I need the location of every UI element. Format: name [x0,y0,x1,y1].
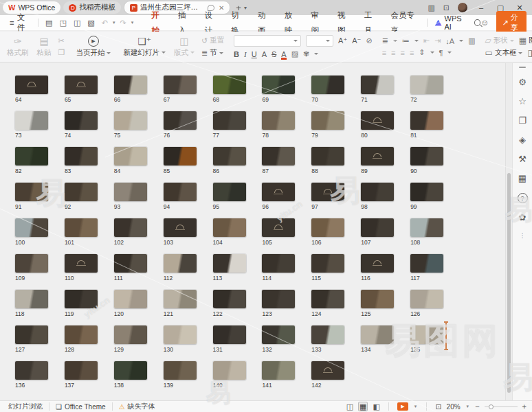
slide-thumbnail[interactable] [15,325,48,344]
slide-thumbnail[interactable] [164,183,197,201]
slide-thumbnail[interactable] [410,218,443,237]
favorites-star-icon[interactable]: ☆ [518,97,527,106]
wps-ai-button[interactable]: WPS AI [435,14,467,31]
slide-thumbnail[interactable] [361,111,394,130]
new-slide-button[interactable]: ❏⁺ 新建幻灯片 [119,33,170,60]
slide-thumbnail[interactable] [114,183,147,201]
slide-thumbnail[interactable] [262,147,295,165]
fit-to-window-icon[interactable]: ⊡ [435,402,441,411]
paste-button[interactable]: ▤ 粘贴 [33,33,56,60]
slide-thumbnail[interactable] [114,290,147,308]
slide-thumbnail[interactable] [114,361,147,380]
char-shadow-button[interactable]: A [262,50,267,58]
slide-thumbnail[interactable] [311,183,344,201]
align-right-icon[interactable]: ≡ [400,49,404,57]
slide-thumbnail[interactable] [114,325,147,344]
app-center-icon[interactable]: ⊡ [443,3,450,12]
missing-font-button[interactable]: ⚠ 缺失字体 [116,402,158,411]
text-effects-icon[interactable]: ✾ [303,49,309,58]
section-button[interactable]: ≣ 节 [201,48,224,58]
export-pdf-icon[interactable]: ◳ [56,19,70,27]
slide-thumbnail[interactable] [213,111,246,130]
slide-thumbnail[interactable] [361,254,394,273]
tools-icon[interactable]: ⚒ [518,154,527,164]
slide-thumbnail[interactable] [213,325,246,344]
picture-button[interactable]: ▦ 图片 [519,36,532,45]
decrease-indent-icon[interactable]: ⇤ [423,36,430,45]
slide-thumbnail[interactable] [410,290,443,308]
slide-thumbnail[interactable] [65,325,98,344]
slide-thumbnail[interactable] [15,111,48,130]
adjust-sliders-icon[interactable]: ⚙ [518,78,527,87]
search-icon[interactable] [474,19,480,26]
slide-thumbnail[interactable] [164,218,197,237]
slide-thumbnail[interactable] [213,76,246,94]
slide-thumbnail[interactable] [311,76,344,94]
slide-thumbnail[interactable] [361,183,394,201]
collapse-handle-icon[interactable] [519,67,526,68]
slide-thumbnail[interactable] [65,183,98,201]
tab-docer-templates[interactable]: D 找稻壳模板 [63,1,121,14]
slide-sorter-view-icon[interactable]: ▦ [358,402,368,411]
help-icon[interactable]: ? [518,193,528,203]
file-menu[interactable]: ≡ 文件 [5,12,34,33]
zoom-caret-icon[interactable]: ▾ [465,404,471,409]
bold-button[interactable]: B [234,50,239,58]
justify-icon[interactable]: ≡ [410,49,414,57]
quickbar-caret-icon[interactable]: ▾ [130,20,135,25]
slide-thumbnail[interactable] [213,147,246,165]
underline-button[interactable]: U [252,50,257,58]
decrease-font-icon[interactable]: A⁻ [352,36,361,45]
slide-thumbnail[interactable] [15,76,48,94]
slide-thumbnail[interactable] [262,290,295,308]
slide-thumbnail[interactable] [114,76,147,94]
font-size-combo[interactable] [306,35,333,47]
slide-thumbnail[interactable] [410,325,443,344]
slide-thumbnail[interactable] [15,290,48,308]
clear-format-icon[interactable]: ⊘ [366,36,372,45]
textbox-button[interactable]: ▭ 文本框 [485,48,523,58]
italic-button[interactable]: I [244,50,247,58]
slide-thumbnail[interactable] [262,183,295,201]
slide-thumbnail[interactable] [65,76,98,94]
line-spacing-icon[interactable]: ⇕ [419,48,425,57]
play-options-caret-icon[interactable]: ▾ [413,404,419,409]
reset-button[interactable]: ↺ 重置 [201,36,224,45]
slides-panel-icon[interactable]: ❐ [518,116,527,126]
strikethrough-button[interactable]: S [271,50,276,58]
slide-thumbnail[interactable] [164,290,197,308]
slide-thumbnail[interactable] [65,290,98,308]
slideshow-play-button[interactable]: ▶ [397,402,408,411]
slide-thumbnail[interactable] [311,290,344,308]
slide-thumbnail[interactable] [311,361,344,380]
share-button[interactable]: ↗ 分享 [496,11,527,34]
reading-view-icon[interactable]: ◧ [373,402,379,411]
slide-thumbnail[interactable] [114,147,147,165]
layout-toggle-icon[interactable]: ▥ [428,3,434,12]
slide-thumbnail[interactable] [262,218,295,237]
slide-thumbnail[interactable] [311,147,344,165]
slide-thumbnail[interactable] [311,218,344,237]
align-center-icon[interactable]: ≡ [391,49,395,57]
layout-button[interactable]: ◫ 版式 [170,33,199,60]
cut-icon[interactable]: ✂ [58,36,65,45]
slide-thumbnail[interactable] [114,254,147,273]
slide-thumbnail[interactable] [410,147,443,165]
slide-thumbnail[interactable] [65,254,98,273]
print-icon[interactable]: ◫ [70,19,84,27]
slide-thumbnail[interactable] [15,361,48,380]
slide-thumbnail[interactable] [65,111,98,130]
slide-thumbnail[interactable] [213,218,246,237]
slide-thumbnail[interactable] [410,76,443,94]
slide-thumbnail[interactable] [213,290,246,308]
zoom-percentage[interactable]: 20% [447,403,461,411]
copy-icon[interactable]: ❐ [58,48,65,57]
slide-thumbnail[interactable] [164,325,197,344]
bullet-list-icon[interactable]: ≣ [382,36,388,45]
slide-thumbnail[interactable] [410,183,443,201]
more-options-icon[interactable]: ⋮ [520,232,526,239]
normal-view-icon[interactable]: ◫ [346,402,353,411]
slide-thumbnail[interactable] [361,76,394,94]
zoom-in-button[interactable]: + [522,402,527,411]
highlight-color-icon[interactable]: ▨ [291,49,298,58]
